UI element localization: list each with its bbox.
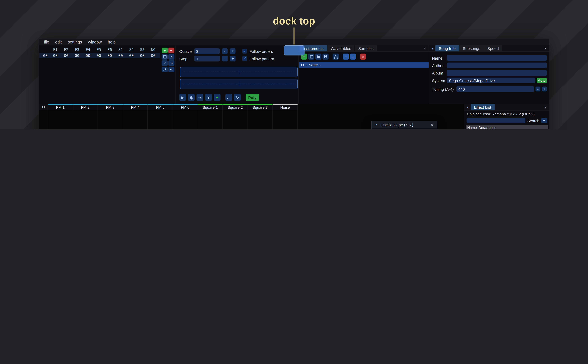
system-label: System [432, 78, 447, 83]
tab-effect-list[interactable]: Effect List [470, 104, 495, 110]
octave-increase-button[interactable]: + [230, 48, 235, 54]
tab-wavetables[interactable]: Wavetables [327, 45, 354, 51]
menu-help[interactable]: help [105, 40, 119, 44]
tuning-decrease-button[interactable]: - [535, 87, 541, 91]
channel-header-fm-5[interactable]: FM 5 [148, 104, 173, 110]
channel-column [48, 110, 73, 129]
organize-instruments-button[interactable] [333, 54, 339, 60]
metronome-button[interactable]: ♩ [225, 94, 232, 101]
column-description: Description [479, 125, 496, 129]
order-cell[interactable]: 00 [83, 54, 93, 58]
tuning-increase-button[interactable]: + [542, 87, 547, 91]
order-cell[interactable]: 00 [93, 54, 104, 58]
search-input[interactable] [467, 118, 526, 123]
close-icon[interactable]: × [542, 104, 548, 110]
order-cell[interactable]: 00 [126, 54, 137, 58]
collapse-icon[interactable]: ▼ [373, 123, 379, 126]
open-instrument-button[interactable] [315, 54, 321, 60]
author-input[interactable] [447, 63, 547, 68]
order-edit-mode-button[interactable]: ↖ [168, 67, 174, 72]
edit-record-button[interactable]: ● [214, 94, 220, 101]
waveform-scope-left [180, 67, 298, 77]
duplicate-to-end-button[interactable]: ⇊ [168, 60, 174, 66]
tuning-input[interactable]: 440 [456, 86, 534, 92]
system-input[interactable]: Sega Genesis/Mega Drive [447, 78, 535, 83]
move-instrument-down-button[interactable]: ↓ [350, 54, 356, 60]
move-order-down-button[interactable]: ∨ [162, 60, 168, 66]
step-input[interactable]: 1 [194, 56, 220, 61]
order-cell[interactable]: 00 [104, 54, 115, 58]
move-instrument-up-button[interactable]: ↑ [343, 54, 349, 60]
channel-separators [40, 110, 298, 129]
expand-channels-button[interactable]: ++ [40, 104, 48, 110]
song-info-panel: ▼ Song InfoSubsongsSpeed× Name Author Al… [429, 45, 549, 104]
oscilloscope-titlebar[interactable]: ▼ Oscilloscope (X-Y) × [372, 121, 437, 128]
tab-song-info[interactable]: Song Info [436, 45, 459, 51]
name-input[interactable] [447, 55, 547, 61]
orders-col-f2: F2 [61, 48, 72, 52]
repeat-pattern-button[interactable]: ↻ [234, 94, 241, 101]
delete-instrument-button[interactable]: × [360, 54, 366, 60]
channel-header-fm-1[interactable]: FM 1 [48, 104, 73, 110]
order-cell[interactable]: 00 [137, 54, 148, 58]
dock-target-top[interactable] [284, 45, 304, 55]
channel-header-fm-6[interactable]: FM 6 [173, 104, 198, 110]
instruments-panel: InstrumentsWavetablesSamples× +↑↓× - Non… [299, 45, 429, 104]
order-cell[interactable]: 00 [61, 54, 72, 58]
octave-decrease-button[interactable]: - [222, 48, 228, 54]
follow-pattern-checkbox[interactable]: ✓ [242, 56, 247, 61]
channel-header-square-3[interactable]: Square 3 [248, 104, 273, 110]
poly-button[interactable]: Poly [246, 94, 259, 101]
channel-column [248, 110, 273, 129]
album-label: Album [432, 71, 447, 75]
play-one-row-button[interactable]: ⇥ [197, 94, 203, 101]
close-icon[interactable]: × [542, 45, 548, 51]
tab-samples[interactable]: Samples [355, 45, 377, 51]
tab-speed[interactable]: Speed [484, 45, 502, 51]
channel-header-fm-2[interactable]: FM 2 [73, 104, 98, 110]
close-icon[interactable]: × [422, 45, 428, 51]
step-decrease-button[interactable]: - [222, 56, 228, 61]
duplicate-order-button[interactable] [162, 54, 168, 60]
channel-header-square-1[interactable]: Square 1 [198, 104, 223, 110]
remove-order-button[interactable]: − [168, 48, 174, 53]
save-instrument-button[interactable] [323, 54, 329, 60]
order-cell[interactable]: 00 [148, 54, 159, 58]
effect-menu-icon[interactable]: ≡ [541, 118, 547, 123]
orders-current-row[interactable]: 0000000000000000000000 [40, 53, 160, 58]
system-auto-button[interactable]: Auto [537, 78, 547, 83]
follow-orders-checkbox[interactable]: ✓ [242, 49, 247, 54]
orders-header-row: F1F2F3F4F5F6S1S2S3NO [40, 48, 159, 52]
move-order-up-button[interactable]: ∧ [168, 54, 174, 60]
step-increase-button[interactable]: + [230, 56, 235, 61]
menu-settings[interactable]: settings [65, 40, 85, 44]
add-order-button[interactable]: + [162, 48, 168, 53]
menu-file[interactable]: file [41, 40, 52, 44]
order-cell[interactable]: 00 [50, 54, 61, 58]
change-all-orders-button[interactable]: ⇄ [162, 67, 168, 72]
album-input[interactable] [447, 70, 547, 76]
instrument-toolbar: +↑↓× [301, 54, 366, 60]
instrument-list-item[interactable]: - None - [299, 62, 429, 68]
menu-window[interactable]: window [85, 40, 105, 44]
order-cell[interactable]: 00 [72, 54, 83, 58]
play-from-cursor-button[interactable]: ◉ [188, 94, 195, 101]
duplicate-instrument-button[interactable] [308, 54, 314, 60]
channel-header-row: ++FM 1FM 2FM 3FM 4FM 5FM 6Square 1Square… [40, 104, 298, 110]
collapse-icon[interactable]: ▼ [465, 104, 470, 110]
instrument-type-icon [301, 64, 304, 66]
menu-edit[interactable]: edit [52, 40, 65, 44]
channel-column [73, 110, 98, 129]
play-button[interactable]: ▶ [179, 94, 186, 101]
channel-header-fm-4[interactable]: FM 4 [123, 104, 148, 110]
order-cell[interactable]: 00 [115, 54, 126, 58]
collapse-icon[interactable]: ▼ [430, 45, 436, 51]
channel-header-fm-3[interactable]: FM 3 [98, 104, 123, 110]
annotation-dock-top: dock top [273, 16, 315, 27]
channel-header-noise[interactable]: Noise [273, 104, 298, 110]
step-one-row-button[interactable]: ▼ [205, 94, 212, 101]
channel-header-square-2[interactable]: Square 2 [223, 104, 248, 110]
close-icon[interactable]: × [429, 122, 435, 127]
tab-subsongs[interactable]: Subsongs [459, 45, 484, 51]
octave-input[interactable]: 3 [194, 48, 220, 54]
